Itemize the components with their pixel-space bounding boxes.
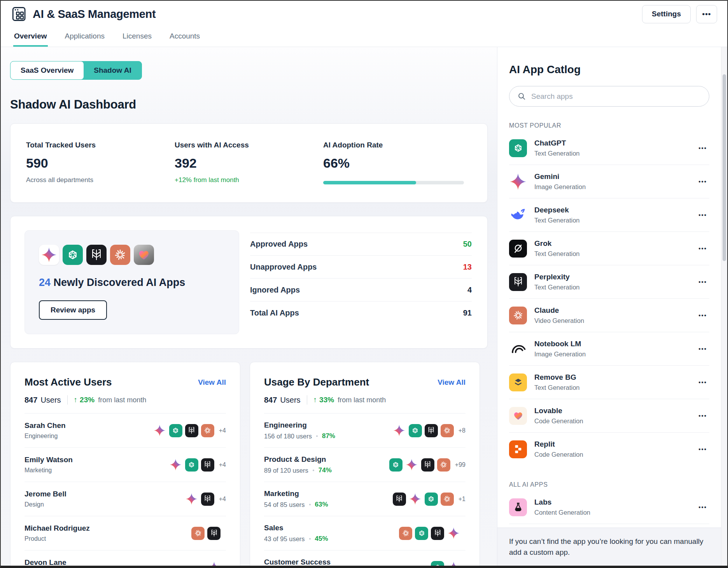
app-title: AI & SaaS Management xyxy=(33,8,156,21)
more-apps-count: +4 xyxy=(219,427,226,434)
app-menu-button[interactable]: ••• xyxy=(696,377,709,388)
more-apps-count: +1 xyxy=(458,496,466,503)
gemini-icon xyxy=(39,245,59,265)
app-menu-button[interactable]: ••• xyxy=(696,410,709,421)
app-row-grok[interactable]: Grok Text Generation ••• xyxy=(509,232,709,265)
app-menu-button[interactable]: ••• xyxy=(696,142,709,154)
gemini-icon xyxy=(447,527,460,540)
app-row-remove-bg[interactable]: Remove BG Text Generation ••• xyxy=(509,366,709,399)
app-row-claude[interactable]: Claude Video Generation ••• xyxy=(509,299,709,332)
discovery-card: 24 Newly Discovered AI Apps Review apps … xyxy=(10,216,488,349)
stat-trend-text: +12% from last month xyxy=(175,176,323,184)
perplexity-icon xyxy=(509,273,527,291)
more-apps-count: +4 xyxy=(219,461,226,468)
app-row-notebook-lm[interactable]: Notebook LM Image Generation ••• xyxy=(509,332,709,366)
user-dept: Marketing xyxy=(24,467,73,474)
toggle-shadow-ai[interactable]: Shadow AI xyxy=(84,61,141,79)
app-row-deepseek[interactable]: Deepseek Text Generation ••• xyxy=(509,198,709,232)
card-title: Usage By Department xyxy=(264,376,369,388)
review-apps-button[interactable]: Review apps xyxy=(39,300,107,320)
tab-licenses[interactable]: Licenses xyxy=(122,29,152,47)
user-name: Emily Watson xyxy=(24,456,73,464)
app-menu-button[interactable]: ••• xyxy=(696,310,709,321)
chatgpt-icon xyxy=(509,139,527,157)
app-row-perplexity[interactable]: Perplexity Text Generation ••• xyxy=(509,265,709,299)
app-search[interactable] xyxy=(509,86,709,107)
perplexity-icon xyxy=(185,424,198,437)
summary-row-ignored: Ignored Apps 4 xyxy=(250,279,472,302)
department-usage: 89 of 120 users xyxy=(264,467,308,474)
perplexity-icon xyxy=(421,458,434,472)
app-row-replit[interactable]: Replit Code Generation ••• xyxy=(509,433,709,466)
summary-label: Approved Apps xyxy=(250,240,308,249)
perplexity-icon xyxy=(431,527,444,540)
tab-applications[interactable]: Applications xyxy=(64,29,105,47)
app-menu-button[interactable]: ••• xyxy=(696,444,709,455)
tab-accounts[interactable]: Accounts xyxy=(169,29,201,47)
claude-icon xyxy=(110,245,130,265)
app-row-chatgpt[interactable]: ChatGPT Text Generation ••• xyxy=(509,131,709,165)
app-menu-button[interactable]: ••• xyxy=(696,209,709,221)
trend-value: 33% xyxy=(319,396,334,404)
scrollbar-thumb[interactable] xyxy=(723,74,726,261)
app-menu-button[interactable]: ••• xyxy=(696,243,709,254)
department-row: Marketing 54 of 85 users63% +1 xyxy=(264,482,466,516)
app-row-gemini[interactable]: Gemini Image Generation ••• xyxy=(509,165,709,198)
app-menu-button[interactable]: ••• xyxy=(696,343,709,354)
user-row: Emily Watson Marketing +4 xyxy=(24,448,226,482)
search-input[interactable] xyxy=(531,92,701,101)
gemini-icon xyxy=(409,493,422,506)
stat-value: 66% xyxy=(323,156,472,171)
users-count-line: 847 Users ↑ 33% from last month xyxy=(264,395,466,405)
department-percent: 87% xyxy=(322,432,335,440)
app-row-labs[interactable]: Labs Content Generation ••• xyxy=(509,491,709,524)
summary-row-unapproved: Unapproved Apps 13 xyxy=(250,256,472,279)
app-name: Deepseek xyxy=(534,206,579,214)
more-apps-count: +8 xyxy=(458,427,466,434)
chatgpt-icon xyxy=(431,561,444,566)
labs-icon xyxy=(509,498,527,516)
claude-icon xyxy=(441,424,454,437)
deepseek-icon xyxy=(509,206,527,224)
header-more-button[interactable]: ••• xyxy=(696,5,717,23)
app-category: Code Generation xyxy=(534,451,583,458)
claude-icon xyxy=(399,527,412,540)
search-icon xyxy=(517,92,526,101)
brand: AI & SaaS Management xyxy=(11,6,156,22)
claude-icon xyxy=(201,424,214,437)
app-name: Gemini xyxy=(534,172,586,181)
gemini-icon xyxy=(153,424,166,437)
stat-value: 392 xyxy=(175,156,323,171)
discovered-count: 24 xyxy=(39,277,51,288)
app-category: Content Generation xyxy=(534,509,590,516)
gemini-icon xyxy=(509,173,527,191)
department-usage: 54 of 85 users xyxy=(264,501,305,508)
view-all-departments-link[interactable]: View All xyxy=(438,378,466,387)
toggle-saas-overview[interactable]: SaaS Overview xyxy=(10,61,84,79)
department-usage: 156 of 180 users xyxy=(264,433,312,440)
discovered-apps-title: 24 Newly Discovered AI Apps xyxy=(39,277,225,289)
users-unit: Users xyxy=(40,396,61,405)
settings-button[interactable]: Settings xyxy=(642,5,691,23)
claude-icon xyxy=(191,527,205,540)
app-category: Text Generation xyxy=(534,150,579,157)
app-row-lovable[interactable]: Lovable Code Generation ••• xyxy=(509,399,709,433)
chatgpt-icon xyxy=(409,424,422,437)
chatgpt-icon xyxy=(169,424,182,437)
app-category: Image Generation xyxy=(534,351,586,358)
tab-overview[interactable]: Overview xyxy=(13,29,48,47)
app-menu-button[interactable]: ••• xyxy=(696,276,709,288)
summary-label: Ignored Apps xyxy=(250,286,300,295)
app-menu-button[interactable]: ••• xyxy=(696,501,709,513)
stat-subtext: Across all departments xyxy=(26,176,175,184)
page-scrollbar[interactable] xyxy=(721,47,727,566)
department-name: Sales xyxy=(264,524,328,532)
claude-icon xyxy=(441,493,454,506)
app-window: AI & SaaS Management Settings ••• Overvi… xyxy=(0,0,728,568)
app-menu-button[interactable]: ••• xyxy=(696,176,709,187)
perplexity-icon xyxy=(86,245,107,265)
user-dept: Engineering xyxy=(24,433,66,440)
view-all-users-link[interactable]: View All xyxy=(198,378,226,387)
trend-value: 23% xyxy=(80,396,94,404)
app-name: Grok xyxy=(534,239,579,248)
